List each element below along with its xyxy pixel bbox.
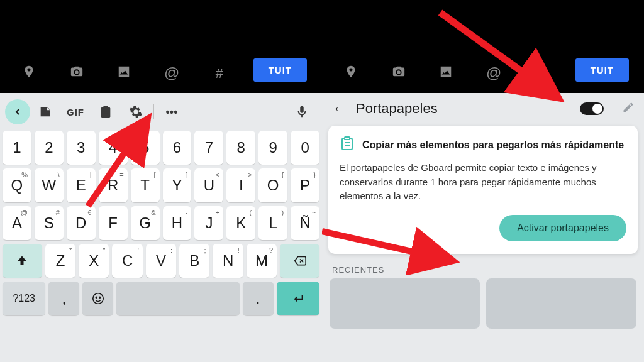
key-J[interactable]: J+ bbox=[194, 206, 223, 240]
key-0[interactable]: 0 bbox=[291, 131, 319, 165]
enter-key[interactable] bbox=[277, 282, 319, 315]
gif-button[interactable]: GIF bbox=[60, 99, 91, 124]
at-icon[interactable]: @ bbox=[158, 64, 186, 82]
shift-key[interactable] bbox=[3, 244, 42, 278]
recent-items bbox=[322, 278, 644, 329]
key-G[interactable]: G& bbox=[131, 206, 160, 240]
activate-clipboard-button[interactable]: Activar portapapeles bbox=[499, 215, 626, 241]
qwerty-row-3: Z*X"C'V:B;N!M? bbox=[3, 244, 319, 278]
key-9[interactable]: 9 bbox=[258, 131, 287, 165]
symbols-key[interactable]: ?123 bbox=[3, 282, 45, 315]
tuit-button[interactable]: TUIT bbox=[253, 58, 307, 82]
more-icon[interactable]: ••• bbox=[157, 99, 187, 124]
camera-icon[interactable] bbox=[63, 65, 91, 82]
backspace-key[interactable] bbox=[280, 244, 319, 278]
clipboard-header: ← Portapapeles bbox=[322, 93, 644, 122]
key-B[interactable]: B; bbox=[179, 244, 209, 278]
key-U[interactable]: U< bbox=[194, 168, 223, 202]
recent-item[interactable] bbox=[486, 278, 636, 329]
key-L[interactable]: L) bbox=[258, 206, 287, 240]
image-icon[interactable] bbox=[432, 65, 460, 82]
clipboard-toggle[interactable] bbox=[580, 102, 604, 115]
svg-rect-2 bbox=[103, 106, 108, 109]
key-4[interactable]: 4 bbox=[99, 131, 128, 165]
keyboard-toolbar: GIF ••• bbox=[0, 93, 322, 131]
key-N[interactable]: N! bbox=[213, 244, 243, 278]
svg-rect-12 bbox=[345, 137, 350, 140]
number-row: 1234567890 bbox=[3, 131, 319, 165]
key-H[interactable]: H- bbox=[163, 206, 192, 240]
key-W[interactable]: W\ bbox=[35, 168, 64, 202]
period-key[interactable]: . bbox=[243, 282, 274, 315]
key-6[interactable]: 6 bbox=[163, 131, 192, 165]
key-V[interactable]: V: bbox=[146, 244, 176, 278]
key-T[interactable]: T[ bbox=[131, 168, 160, 202]
tuit-button[interactable]: TUIT bbox=[575, 58, 629, 82]
svg-point-0 bbox=[43, 111, 44, 112]
clipboard-panel: ← Portapapeles Copiar más elementos para… bbox=[322, 93, 644, 362]
card-title: Copiar más elementos para pegarlos más r… bbox=[362, 140, 624, 151]
recent-item[interactable] bbox=[330, 278, 480, 329]
key-D[interactable]: D€ bbox=[67, 206, 96, 240]
svg-point-9 bbox=[99, 297, 101, 298]
camera-icon[interactable] bbox=[385, 65, 413, 82]
key-K[interactable]: K( bbox=[226, 206, 255, 240]
svg-point-1 bbox=[47, 111, 48, 112]
key-7[interactable]: 7 bbox=[194, 131, 223, 165]
recent-label: RECIENTES bbox=[322, 260, 644, 278]
key-3[interactable]: 3 bbox=[67, 131, 96, 165]
topbar-right: @ # TUIT bbox=[322, 0, 644, 93]
settings-icon[interactable] bbox=[121, 99, 151, 124]
key-M[interactable]: M? bbox=[247, 244, 277, 278]
emoji-key[interactable] bbox=[82, 282, 113, 315]
compose-topbar: @ # TUIT @ # TUIT bbox=[0, 0, 644, 93]
collapse-button[interactable] bbox=[5, 99, 30, 124]
back-icon[interactable]: ← bbox=[328, 101, 351, 117]
clipboard-small-icon bbox=[340, 136, 355, 155]
edit-icon[interactable] bbox=[619, 101, 638, 117]
location-icon[interactable] bbox=[15, 65, 43, 82]
hash-icon[interactable]: # bbox=[206, 65, 233, 82]
clipboard-icon[interactable] bbox=[91, 99, 121, 124]
key-Ñ[interactable]: Ñ~ bbox=[291, 206, 319, 240]
key-I[interactable]: I> bbox=[226, 168, 255, 202]
key-Y[interactable]: Y] bbox=[163, 168, 192, 202]
key-8[interactable]: 8 bbox=[226, 131, 255, 165]
key-P[interactable]: P} bbox=[291, 168, 319, 202]
location-icon[interactable] bbox=[337, 65, 365, 82]
topbar-left: @ # TUIT bbox=[0, 0, 322, 93]
key-5[interactable]: 5 bbox=[131, 131, 160, 165]
card-body: El portapapeles de Gboard permite copiar… bbox=[340, 161, 626, 204]
sticker-icon[interactable] bbox=[30, 99, 60, 124]
key-Q[interactable]: Q% bbox=[3, 168, 31, 202]
svg-point-8 bbox=[96, 297, 97, 298]
key-2[interactable]: 2 bbox=[35, 131, 64, 165]
key-X[interactable]: X" bbox=[79, 244, 109, 278]
clipboard-info-card: Copiar más elementos para pegarlos más r… bbox=[328, 126, 638, 254]
key-F[interactable]: F_ bbox=[99, 206, 128, 240]
svg-point-7 bbox=[92, 293, 103, 304]
key-O[interactable]: O{ bbox=[258, 168, 287, 202]
clipboard-title: Portapapeles bbox=[356, 101, 575, 117]
space-key[interactable] bbox=[116, 282, 240, 315]
qwerty-row-1: Q%W\E|R=T[Y]U<I>O{P} bbox=[3, 168, 319, 202]
separator bbox=[153, 104, 154, 119]
image-icon[interactable] bbox=[110, 65, 138, 82]
hash-icon[interactable]: # bbox=[528, 65, 555, 82]
key-S[interactable]: S# bbox=[35, 206, 64, 240]
key-R[interactable]: R= bbox=[99, 168, 128, 202]
key-1[interactable]: 1 bbox=[3, 131, 31, 165]
key-C[interactable]: C' bbox=[112, 244, 142, 278]
qwerty-row-2: A@S#D€F_G&H-J+K(L)Ñ~ bbox=[3, 206, 319, 240]
bottom-row: ?123 , . bbox=[3, 282, 319, 315]
comma-key[interactable]: , bbox=[48, 282, 79, 315]
key-Z[interactable]: Z* bbox=[45, 244, 75, 278]
at-icon[interactable]: @ bbox=[480, 64, 508, 82]
key-A[interactable]: A@ bbox=[3, 206, 31, 240]
gboard-keyboard: GIF ••• 1234567890 Q%W\E|R=T[Y]U<I>O{P} … bbox=[0, 93, 322, 362]
mic-icon[interactable] bbox=[287, 99, 317, 124]
key-E[interactable]: E| bbox=[67, 168, 96, 202]
